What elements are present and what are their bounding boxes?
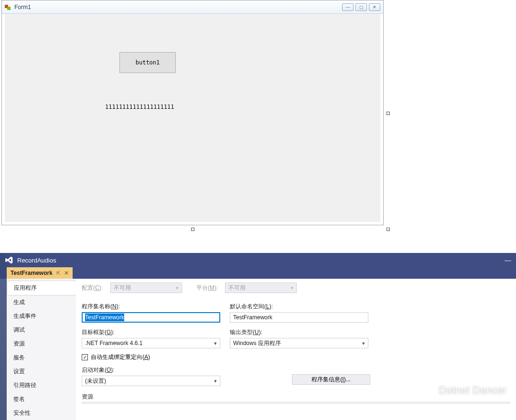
sidebar-item-reference-paths[interactable]: 引用路径 bbox=[7, 378, 76, 392]
sidebar-item-signing[interactable]: 签名 bbox=[7, 392, 76, 406]
sidebar-item-security[interactable]: 安全性 bbox=[7, 406, 76, 420]
target-framework-label: 目标框架(G): bbox=[82, 328, 220, 336]
sidebar-item-debug[interactable]: 调试 bbox=[7, 323, 76, 337]
tab-close-icon[interactable]: ✕ bbox=[64, 270, 69, 276]
target-framework-combo[interactable]: .NET Framework 4.6.1 bbox=[82, 338, 220, 348]
minimize-button[interactable]: — bbox=[342, 3, 354, 11]
vs-window-controls: — bbox=[500, 253, 516, 267]
resize-handle-right[interactable] bbox=[387, 112, 390, 115]
auto-binding-redirect-checkbox[interactable]: ✓ bbox=[82, 354, 88, 360]
close-button[interactable]: ✕ bbox=[369, 3, 380, 11]
titlebar-buttons: — ▢ ✕ bbox=[342, 3, 380, 11]
pin-icon[interactable]: ⇱ bbox=[56, 271, 60, 276]
application-page: 配置(C): 不可用 平台(M): 不可用 程序集名称(N): TestFram… bbox=[76, 279, 516, 420]
side-nav: 应用程序 生成 生成事件 调试 资源 服务 设置 引用路径 签名 安全性 发布 bbox=[7, 279, 76, 420]
auto-binding-redirect-row[interactable]: ✓ 自动生成绑定重定向(A) bbox=[82, 353, 510, 361]
sidebar-item-build[interactable]: 生成 bbox=[7, 295, 76, 309]
output-type-label: 输出类型(U): bbox=[230, 328, 368, 336]
assembly-info-button[interactable]: 程序集信息(I)... bbox=[292, 374, 370, 385]
default-namespace-input[interactable]: TestFramework bbox=[230, 312, 368, 323]
resize-handle-corner[interactable] bbox=[387, 228, 390, 231]
form-window[interactable]: Form1 — ▢ ✕ button1 11111111111111111111 bbox=[1, 0, 384, 225]
assembly-name-label: 程序集名称(N): bbox=[82, 303, 220, 311]
sidebar-item-build-events[interactable]: 生成事件 bbox=[7, 309, 76, 323]
config-combo: 不可用 bbox=[110, 283, 182, 293]
platform-label: 平台(M): bbox=[196, 284, 225, 292]
label1[interactable]: 11111111111111111111 bbox=[105, 104, 174, 110]
project-properties-body: 应用程序 生成 生成事件 调试 资源 服务 设置 引用路径 签名 安全性 发布 … bbox=[7, 279, 516, 420]
docked-toolwindow-gutter[interactable] bbox=[0, 253, 7, 420]
default-namespace-label: 默认命名空间(L): bbox=[230, 303, 368, 311]
sidebar-item-application[interactable]: 应用程序 bbox=[7, 281, 76, 295]
form-title: Form1 bbox=[14, 4, 31, 10]
sidebar-item-services[interactable]: 服务 bbox=[7, 351, 76, 365]
vs-minimize-button[interactable]: — bbox=[500, 253, 516, 267]
designer-surface[interactable]: Form1 — ▢ ✕ button1 11111111111111111111 bbox=[0, 0, 388, 229]
form-client-area[interactable]: button1 11111111111111111111 bbox=[5, 14, 380, 222]
sidebar-item-settings[interactable]: 设置 bbox=[7, 365, 76, 378]
assembly-name-input[interactable]: TestFramework bbox=[82, 312, 220, 323]
output-type-combo[interactable]: Windows 应用程序 bbox=[230, 338, 368, 348]
document-tabs: TestFramework ⇱ ✕ bbox=[0, 267, 516, 279]
vs-logo-icon bbox=[5, 256, 13, 264]
form-icon bbox=[5, 4, 11, 10]
solution-title: RecordAudios bbox=[17, 257, 56, 264]
resize-handle-bottom[interactable] bbox=[191, 228, 194, 231]
platform-combo: 不可用 bbox=[225, 283, 297, 293]
vs-titlebar[interactable]: RecordAudios — bbox=[0, 253, 516, 267]
titlebar[interactable]: Form1 — ▢ ✕ bbox=[2, 0, 383, 14]
maximize-button[interactable]: ▢ bbox=[355, 3, 367, 11]
config-label: 配置(C): bbox=[82, 284, 110, 292]
auto-binding-redirect-label: 自动生成绑定重定向(A) bbox=[91, 353, 150, 361]
button1[interactable]: button1 bbox=[119, 52, 176, 73]
tab-testframework[interactable]: TestFramework ⇱ ✕ bbox=[7, 267, 73, 279]
resources-section-label: 资源 bbox=[82, 393, 510, 401]
startup-object-label: 启动对象(O): bbox=[82, 366, 220, 374]
config-platform-row: 配置(C): 不可用 平台(M): 不可用 bbox=[82, 283, 510, 293]
startup-object-combo[interactable]: (未设置) bbox=[82, 376, 220, 386]
visual-studio-window: RecordAudios — TestFramework ⇱ ✕ 应用程序 生成… bbox=[0, 253, 516, 420]
section-separator bbox=[82, 402, 510, 404]
tab-label: TestFramework bbox=[11, 270, 53, 276]
sidebar-item-resources[interactable]: 资源 bbox=[7, 337, 76, 351]
